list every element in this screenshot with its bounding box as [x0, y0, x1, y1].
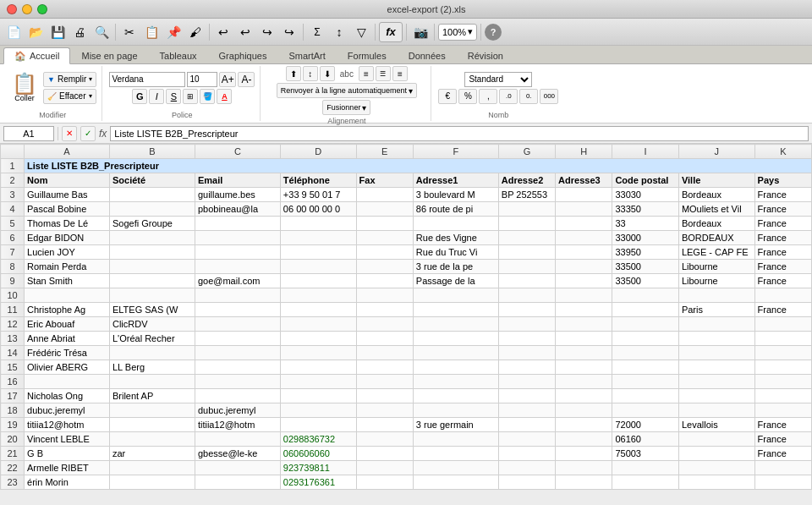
table-cell[interactable] — [280, 403, 356, 418]
table-cell[interactable]: Nom — [25, 173, 110, 188]
table-cell[interactable]: titiia12@hotm — [195, 418, 280, 432]
tab-smartart[interactable]: SmartArt — [277, 47, 336, 63]
table-cell[interactable] — [356, 418, 413, 432]
table-cell[interactable] — [356, 461, 413, 475]
tab-tableaux[interactable]: Tableaux — [149, 47, 208, 63]
table-cell[interactable]: Vincent LEBLE — [25, 432, 110, 447]
merge-button[interactable]: Fusionner ▾ — [322, 100, 370, 115]
table-cell[interactable] — [754, 375, 811, 389]
table-cell[interactable]: Stan Smith — [25, 274, 110, 288]
table-cell[interactable]: Nicholas Ong — [25, 389, 110, 403]
row-header-12[interactable]: 12 — [1, 317, 25, 332]
table-cell[interactable] — [109, 375, 195, 389]
table-cell[interactable]: érin Morin — [25, 475, 110, 490]
row-header-1[interactable]: 1 — [1, 159, 25, 173]
font-decrease-button[interactable]: A- — [238, 72, 255, 87]
table-cell[interactable] — [556, 360, 612, 375]
table-cell[interactable] — [556, 245, 612, 260]
table-cell[interactable] — [612, 332, 679, 346]
table-cell[interactable] — [498, 418, 555, 432]
row-header-15[interactable]: 15 — [1, 360, 25, 375]
table-cell[interactable] — [109, 432, 195, 447]
table-cell[interactable] — [556, 432, 612, 447]
row-header-13[interactable]: 13 — [1, 332, 25, 346]
table-cell[interactable] — [612, 403, 679, 418]
table-cell[interactable]: 33 — [612, 217, 679, 231]
minimize-button[interactable] — [22, 4, 32, 14]
table-cell[interactable]: France — [754, 432, 811, 447]
table-cell[interactable]: LEGE - CAP FE — [678, 245, 754, 260]
paste-icon[interactable]: 📌 — [163, 22, 184, 42]
table-cell[interactable] — [280, 274, 356, 288]
table-cell[interactable]: 33950 — [612, 245, 679, 260]
table-cell[interactable] — [413, 217, 498, 231]
underline-button[interactable]: S — [166, 89, 181, 104]
table-cell[interactable]: 75003 — [612, 447, 679, 461]
table-cell[interactable] — [498, 217, 555, 231]
table-cell[interactable]: France — [754, 202, 811, 217]
cell-reference-input[interactable] — [3, 126, 54, 141]
table-cell[interactable]: Adresse3 — [556, 173, 612, 188]
table-cell[interactable] — [280, 245, 356, 260]
table-cell[interactable]: 06 00 00 00 0 — [280, 202, 356, 217]
table-cell[interactable] — [413, 288, 498, 303]
table-cell[interactable] — [280, 346, 356, 360]
table-cell[interactable] — [195, 217, 280, 231]
table-cell[interactable]: Passage de la — [413, 274, 498, 288]
table-cell[interactable] — [612, 360, 679, 375]
table-cell[interactable]: pbobineau@la — [195, 202, 280, 217]
format-painter-icon[interactable]: 🖌 — [185, 22, 206, 42]
table-cell[interactable]: Email — [195, 173, 280, 188]
table-cell[interactable] — [195, 231, 280, 245]
table-cell[interactable]: Pascal Bobine — [25, 202, 110, 217]
table-cell[interactable]: France — [754, 217, 811, 231]
font-name-input[interactable] — [109, 72, 185, 87]
table-cell[interactable]: 923739811 — [280, 461, 356, 475]
table-cell[interactable] — [413, 447, 498, 461]
table-cell[interactable]: France — [754, 245, 811, 260]
function-icon[interactable]: fx — [379, 22, 403, 42]
table-cell[interactable] — [612, 303, 679, 317]
table-cell[interactable]: BORDEAUX — [678, 231, 754, 245]
table-cell[interactable] — [356, 245, 413, 260]
table-cell[interactable] — [109, 274, 195, 288]
table-cell[interactable] — [754, 317, 811, 332]
table-cell[interactable] — [678, 447, 754, 461]
table-cell[interactable]: Romain Perda — [25, 260, 110, 274]
table-cell[interactable] — [413, 303, 498, 317]
table-cell[interactable] — [356, 403, 413, 418]
table-cell[interactable] — [556, 418, 612, 432]
table-cell[interactable] — [612, 389, 679, 403]
table-cell[interactable] — [356, 375, 413, 389]
table-cell[interactable] — [754, 475, 811, 490]
table-cell[interactable]: France — [754, 231, 811, 245]
table-cell[interactable] — [498, 461, 555, 475]
camera-icon[interactable]: 📷 — [410, 22, 431, 42]
table-cell[interactable] — [678, 332, 754, 346]
cut-icon[interactable]: ✂ — [119, 22, 140, 42]
percent-button[interactable]: % — [458, 89, 477, 104]
table-cell[interactable]: France — [754, 188, 811, 202]
table-cell[interactable] — [25, 288, 110, 303]
table-cell[interactable] — [356, 217, 413, 231]
table-cell[interactable] — [195, 332, 280, 346]
table-cell[interactable] — [678, 475, 754, 490]
font-size-input[interactable] — [187, 72, 217, 87]
table-cell[interactable] — [413, 317, 498, 332]
table-cell[interactable] — [280, 217, 356, 231]
table-cell[interactable] — [498, 317, 555, 332]
bold-button[interactable]: G — [132, 89, 147, 104]
table-cell[interactable] — [556, 288, 612, 303]
table-cell[interactable]: Adresse1 — [413, 173, 498, 188]
table-cell[interactable] — [280, 260, 356, 274]
tab-formules[interactable]: Formules — [337, 47, 398, 63]
table-cell[interactable] — [109, 188, 195, 202]
table-cell[interactable] — [678, 389, 754, 403]
table-cell[interactable]: France — [754, 303, 811, 317]
help-button[interactable]: ? — [485, 24, 502, 41]
number-format-select[interactable]: Standard — [464, 72, 532, 87]
table-cell[interactable] — [109, 418, 195, 432]
table-cell[interactable]: 060606060 — [280, 447, 356, 461]
table-cell[interactable]: Fax — [356, 173, 413, 188]
table-cell[interactable] — [556, 274, 612, 288]
